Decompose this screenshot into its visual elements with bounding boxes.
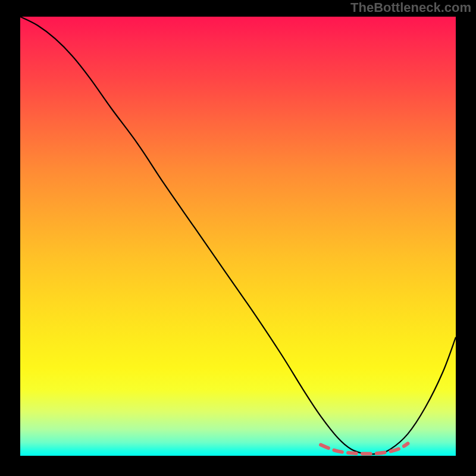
attribution-label: TheBottleneck.com [350,0,471,15]
curve-layer [20,17,456,456]
plot-area [20,17,456,456]
optimal-dashed-segment [321,443,408,453]
bottleneck-curve [20,17,456,454]
chart-frame: TheBottleneck.com [0,0,476,476]
